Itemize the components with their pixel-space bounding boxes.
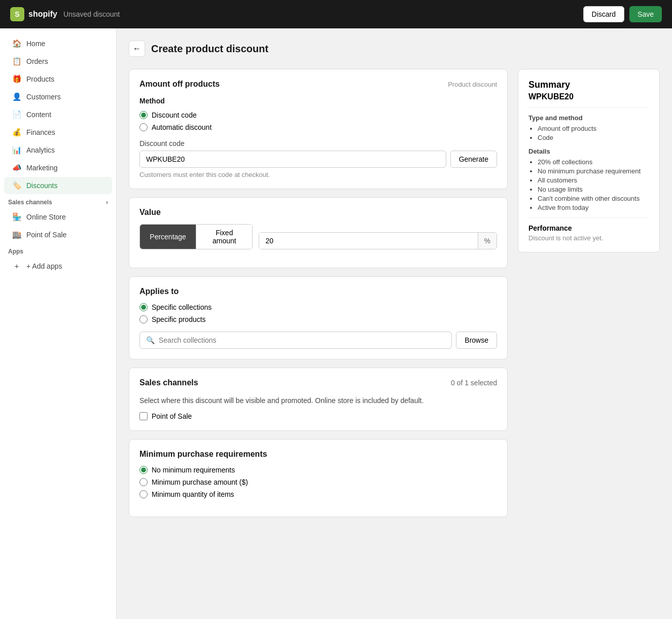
search-icon: 🔍 bbox=[146, 336, 155, 344]
discounts-label: Discounts bbox=[26, 181, 57, 190]
summary-details-section: Details 20% off collectionsNo minimum pu… bbox=[528, 148, 649, 211]
sidebar-item-products[interactable]: 🎁 Products bbox=[4, 70, 112, 88]
search-input-wrap: 🔍 bbox=[139, 332, 452, 349]
sidebar: 🏠 Home 📋 Orders 🎁 Products 👤 Customers 📄… bbox=[0, 28, 117, 619]
sales-channels-section: Sales channels › bbox=[0, 195, 116, 208]
analytics-label: Analytics bbox=[26, 146, 55, 154]
content-sidebar: Summary WPKUBE20 Type and method Amount … bbox=[518, 69, 660, 517]
specific-products-radio[interactable]: Specific products bbox=[139, 315, 497, 323]
sidebar-item-customers[interactable]: 👤 Customers bbox=[4, 88, 112, 105]
add-apps-item[interactable]: + + Add apps bbox=[4, 258, 112, 274]
type-method-label: Type and method bbox=[528, 114, 649, 122]
discount-code-input[interactable] bbox=[139, 151, 446, 168]
customers-label: Customers bbox=[26, 93, 61, 101]
sidebar-sales-online-store[interactable]: 🏪 Online Store bbox=[4, 208, 112, 226]
summary-type-item: Amount off products bbox=[538, 125, 649, 132]
content-label: Content bbox=[26, 111, 51, 119]
value-input-wrap: % bbox=[259, 232, 497, 249]
specific-products-radio-input[interactable] bbox=[139, 315, 148, 323]
point-of-sale-checkbox-input[interactable] bbox=[139, 412, 148, 420]
automatic-discount-radio-input[interactable] bbox=[139, 123, 148, 131]
value-suffix: % bbox=[478, 233, 497, 249]
summary-detail-item: No usage limits bbox=[538, 186, 649, 193]
value-tab-group: Percentage Fixed amount bbox=[139, 224, 253, 249]
save-button[interactable]: Save bbox=[629, 6, 662, 22]
orders-label: Orders bbox=[26, 57, 48, 65]
back-button[interactable]: ← bbox=[129, 41, 145, 57]
point-of-sale-checkbox[interactable]: Point of Sale bbox=[139, 412, 497, 420]
customers-icon: 👤 bbox=[12, 92, 21, 101]
automatic-discount-label: Automatic discount bbox=[152, 123, 211, 131]
discount-code-radio[interactable]: Discount code bbox=[139, 111, 497, 119]
discount-code-hint: Customers must enter this code at checko… bbox=[139, 171, 497, 178]
sidebar-item-discounts[interactable]: 🏷️ Discounts bbox=[4, 177, 112, 194]
minimum-amount-radio[interactable]: Minimum purchase amount ($) bbox=[139, 478, 497, 486]
summary-card: Summary WPKUBE20 Type and method Amount … bbox=[518, 69, 660, 252]
minimum-quantity-radio-input[interactable] bbox=[139, 490, 148, 498]
search-row: 🔍 Browse bbox=[139, 332, 497, 349]
specific-collections-label: Specific collections bbox=[152, 303, 211, 311]
sidebar-item-orders[interactable]: 📋 Orders bbox=[4, 53, 112, 70]
analytics-icon: 📊 bbox=[12, 145, 21, 155]
summary-detail-item: Can't combine with other discounts bbox=[538, 195, 649, 202]
amount-off-subtitle: Product discount bbox=[448, 81, 497, 88]
minimum-purchase-title: Minimum purchase requirements bbox=[139, 450, 497, 459]
orders-icon: 📋 bbox=[12, 57, 21, 66]
automatic-discount-radio[interactable]: Automatic discount bbox=[139, 123, 497, 131]
sidebar-item-home[interactable]: 🏠 Home bbox=[4, 35, 112, 52]
back-icon: ← bbox=[133, 44, 141, 53]
topbar-left: S shopify Unsaved discount bbox=[10, 7, 120, 21]
discard-button[interactable]: Discard bbox=[583, 6, 624, 22]
no-minimum-radio-input[interactable] bbox=[139, 466, 148, 474]
sidebar-sales-point-of-sale[interactable]: 🏬 Point of Sale bbox=[4, 226, 112, 243]
apps-label: Apps bbox=[8, 248, 23, 255]
no-minimum-label: No minimum requirements bbox=[152, 466, 235, 474]
specific-collections-radio-input[interactable] bbox=[139, 303, 148, 311]
marketing-icon: 📣 bbox=[12, 163, 21, 172]
discount-code-label: Discount code bbox=[152, 111, 197, 119]
home-icon: 🏠 bbox=[12, 39, 21, 48]
discounts-icon: 🏷️ bbox=[12, 181, 21, 190]
summary-detail-item: All customers bbox=[538, 176, 649, 184]
minimum-quantity-label: Minimum quantity of items bbox=[152, 490, 234, 498]
discount-code-field-label: Discount code bbox=[139, 139, 497, 148]
generate-button[interactable]: Generate bbox=[450, 151, 497, 168]
products-icon: 🎁 bbox=[12, 75, 21, 84]
details-label: Details bbox=[528, 148, 649, 155]
apps-section: Apps bbox=[0, 244, 116, 257]
finances-icon: 💰 bbox=[12, 128, 21, 137]
fixed-amount-tab[interactable]: Fixed amount bbox=[196, 225, 252, 249]
minimum-quantity-radio[interactable]: Minimum quantity of items bbox=[139, 490, 497, 498]
online-store-label: Online Store bbox=[26, 213, 66, 221]
performance-title: Performance bbox=[528, 224, 649, 232]
content-icon: 📄 bbox=[12, 110, 21, 119]
marketing-label: Marketing bbox=[26, 164, 57, 172]
minimum-amount-label: Minimum purchase amount ($) bbox=[152, 478, 248, 486]
home-label: Home bbox=[26, 40, 45, 48]
minimum-amount-radio-input[interactable] bbox=[139, 478, 148, 486]
summary-type-item: Code bbox=[538, 134, 649, 141]
performance-text: Discount is not active yet. bbox=[528, 234, 649, 242]
search-collections-input[interactable] bbox=[159, 336, 445, 344]
discount-code-radio-input[interactable] bbox=[139, 111, 148, 119]
add-apps-icon: + bbox=[12, 262, 21, 270]
amount-off-title: Amount off products bbox=[139, 80, 220, 89]
value-input[interactable] bbox=[259, 233, 477, 249]
sales-channels-label: Sales channels bbox=[8, 199, 52, 206]
logo-text: shopify bbox=[28, 10, 57, 19]
sidebar-item-analytics[interactable]: 📊 Analytics bbox=[4, 141, 112, 159]
page-header: ← Create product discount bbox=[129, 41, 660, 57]
specific-collections-radio[interactable]: Specific collections bbox=[139, 303, 497, 311]
percentage-tab[interactable]: Percentage bbox=[140, 225, 196, 249]
add-apps-label: + Add apps bbox=[26, 262, 62, 270]
browse-button[interactable]: Browse bbox=[456, 332, 497, 349]
summary-detail-item: 20% off collections bbox=[538, 158, 649, 166]
topbar-actions: Discard Save bbox=[583, 6, 662, 22]
sidebar-item-finances[interactable]: 💰 Finances bbox=[4, 124, 112, 141]
sidebar-item-content[interactable]: 📄 Content bbox=[4, 106, 112, 123]
no-minimum-radio[interactable]: No minimum requirements bbox=[139, 466, 497, 474]
value-card: Value Percentage Fixed amount % bbox=[129, 197, 508, 268]
sidebar-item-marketing[interactable]: 📣 Marketing bbox=[4, 159, 112, 176]
main-content: ← Create product discount Amount off pro… bbox=[117, 28, 672, 619]
products-label: Products bbox=[26, 75, 54, 83]
